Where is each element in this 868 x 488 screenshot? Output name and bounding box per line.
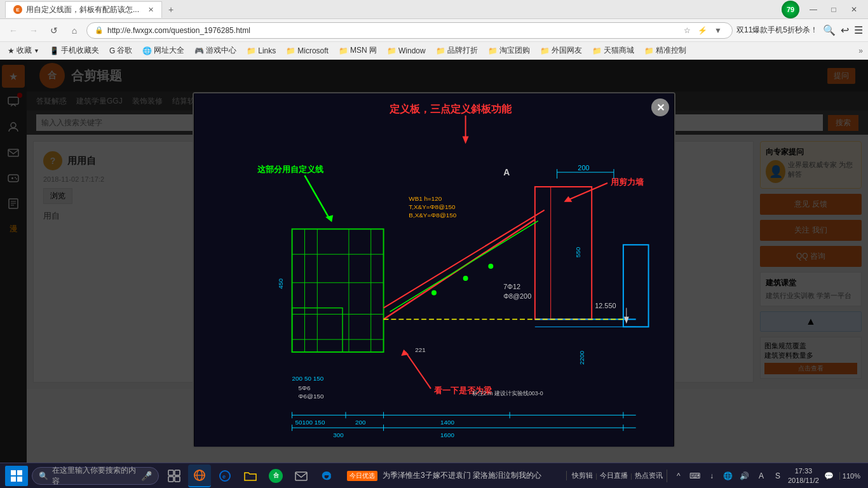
tab-favicon: E bbox=[13, 5, 22, 14]
tray-ime-a[interactable]: A bbox=[755, 470, 768, 482]
close-button[interactable]: ✕ bbox=[845, 2, 863, 17]
bookmark-taobao[interactable]: 📁淘宝团购 bbox=[485, 44, 532, 57]
bookmark-links[interactable]: 📁Links bbox=[244, 45, 278, 57]
notification-button[interactable]: 💬 bbox=[823, 470, 836, 482]
taskbar: 🔍 在这里输入你要搜索的内容 🎤 e 合 bbox=[0, 463, 868, 488]
bookmark-tmall[interactable]: 📁天猫商城 bbox=[590, 44, 637, 57]
svg-text:300: 300 bbox=[333, 431, 344, 438]
score-badge: 79 bbox=[782, 1, 799, 18]
forward-button[interactable]: → bbox=[25, 22, 42, 39]
search-icon[interactable]: 🔍 bbox=[823, 24, 836, 36]
title-bar: E 用自定义线面，斜板有配筋该怎... ✕ + 79 — □ ✕ bbox=[0, 0, 868, 19]
svg-text:200: 200 bbox=[355, 419, 366, 426]
menu-icon[interactable]: ☰ bbox=[854, 24, 863, 36]
svg-text:B,X&Y=Φ8@150: B,X&Y=Φ8@150 bbox=[409, 212, 456, 219]
active-tab[interactable]: E 用自定义线面，斜板有配筋该怎... ✕ bbox=[5, 1, 162, 18]
address-bar: ← → ↺ ⌂ 🔒 http://e.fwxgx.com/question_19… bbox=[0, 19, 868, 42]
tray-network[interactable]: 🌐 bbox=[722, 470, 735, 482]
start-button[interactable] bbox=[5, 466, 28, 486]
bookmark-mobile[interactable]: 📱手机收藏夹 bbox=[47, 44, 102, 57]
tab-bar: E 用自定义线面，斜板有配筋该怎... ✕ + bbox=[5, 1, 782, 18]
date-display: 2018/11/2 bbox=[788, 476, 819, 485]
bookmark-foreign[interactable]: 📁外国网友 bbox=[538, 44, 585, 57]
svg-text:e: e bbox=[222, 473, 226, 480]
svg-point-36 bbox=[431, 290, 437, 295]
svg-text:7Φ12: 7Φ12 bbox=[503, 283, 520, 290]
content-area: ★ 漫 合 合剪辑题 bbox=[0, 60, 868, 480]
taskbar-search-box[interactable]: 🔍 在这里输入你要搜索的内容 🎤 bbox=[32, 467, 159, 485]
url-text: http://e.fwxgx.com/question_1976285.html bbox=[107, 26, 250, 35]
news-ticker: 今日优选 为季泽惟生3子嫁不进袁门 梁洛施泪泣制我的心 bbox=[342, 470, 562, 481]
back-button[interactable]: ← bbox=[5, 22, 22, 39]
modal-content: 定义板，三点定义斜板功能 这部分用自定义线 用剪力墙 bbox=[194, 93, 674, 447]
hot-info-button[interactable]: 热点资讯 bbox=[635, 471, 663, 480]
bookmark-google[interactable]: G谷歌 bbox=[107, 44, 135, 57]
svg-rect-90 bbox=[168, 470, 173, 475]
bookmark-msn[interactable]: 📁MSN 网 bbox=[336, 44, 379, 57]
maximize-button[interactable]: □ bbox=[825, 2, 843, 17]
tab-title: 用自定义线面，斜板有配筋该怎... bbox=[26, 4, 139, 15]
reload-button[interactable]: ↺ bbox=[46, 22, 62, 39]
svg-text:A: A bbox=[503, 167, 510, 177]
bookmark-window[interactable]: 📁Window bbox=[384, 45, 428, 57]
bookmark-games[interactable]: 🎮游戏中心 bbox=[192, 44, 239, 57]
taskbar-app-edge[interactable] bbox=[315, 464, 338, 487]
bookmark-precision[interactable]: 📁精准控制 bbox=[642, 44, 689, 57]
taskbar-app-folder[interactable] bbox=[239, 464, 262, 487]
new-tab-button[interactable]: + bbox=[162, 2, 180, 17]
svg-text:这部分用自定义线: 这部分用自定义线 bbox=[257, 165, 324, 174]
taskbar-right: 快剪辑 | 今日直播 | 热点资讯 ^ ⌨ ↓ 🌐 🔊 A S 17:33 20… bbox=[566, 466, 863, 485]
svg-text:2200: 2200 bbox=[578, 350, 585, 365]
taskbar-app-fwxgx[interactable]: 合 bbox=[264, 464, 287, 487]
taskbar-app-tasks[interactable] bbox=[163, 464, 186, 487]
tab-close-button[interactable]: ✕ bbox=[148, 6, 154, 14]
zoom-level: 110% bbox=[839, 472, 863, 480]
home-button[interactable]: ⌂ bbox=[66, 22, 83, 39]
bookmark-brand[interactable]: 📁品牌打折 bbox=[433, 44, 480, 57]
bookmark-microsoft[interactable]: 📁Microsoft bbox=[283, 45, 331, 57]
tray-keyboard[interactable]: ⌨ bbox=[689, 470, 702, 482]
modal-close-button[interactable]: ✕ bbox=[651, 98, 669, 116]
svg-text:50100 150: 50100 150 bbox=[295, 419, 325, 426]
taskbar-app-mail[interactable] bbox=[290, 464, 313, 487]
taskbar-app-browser[interactable] bbox=[188, 464, 211, 487]
cad-drawing: 定义板，三点定义斜板功能 这部分用自定义线 用剪力墙 bbox=[194, 93, 674, 447]
share-icon[interactable]: ☆ bbox=[681, 24, 694, 37]
quick-edit-button[interactable]: 快剪辑 bbox=[572, 471, 593, 480]
browser-frame: E 用自定义线面，斜板有配筋该怎... ✕ + 79 — □ ✕ ← → ↺ ⌂… bbox=[0, 0, 868, 488]
quick-tools: 快剪辑 | 今日直播 | 热点资讯 bbox=[566, 471, 663, 480]
svg-text:T,X&Y=Φ8@150: T,X&Y=Φ8@150 bbox=[409, 203, 456, 210]
taskbar-search-placeholder: 在这里输入你要搜索的内容 bbox=[52, 465, 137, 487]
dropdown-icon[interactable]: ▼ bbox=[712, 24, 724, 37]
system-tray: ^ ⌨ ↓ 🌐 🔊 A S bbox=[667, 470, 784, 482]
news-label-1[interactable]: 今日优选 bbox=[347, 471, 377, 481]
taskbar-time: 17:33 2018/11/2 bbox=[788, 466, 819, 485]
svg-text:200: 200 bbox=[578, 164, 589, 172]
bookmark-collections[interactable]: ★ 收藏▼ bbox=[5, 44, 42, 57]
tray-volume[interactable]: 🔊 bbox=[738, 470, 751, 482]
svg-rect-91 bbox=[175, 470, 180, 475]
svg-text:1600: 1600 bbox=[440, 431, 455, 438]
bookmarks-more[interactable]: » bbox=[858, 46, 863, 55]
today-live-button[interactable]: 今日直播 bbox=[600, 471, 628, 480]
svg-text:Φ6@150: Φ6@150 bbox=[299, 393, 324, 400]
svg-text:12.550: 12.550 bbox=[595, 302, 616, 309]
taskbar-app-ie[interactable]: e bbox=[214, 464, 236, 487]
svg-text:550: 550 bbox=[574, 247, 581, 257]
svg-rect-87 bbox=[17, 470, 22, 475]
flash-icon[interactable]: ⚡ bbox=[696, 24, 709, 37]
taskbar-mic-icon[interactable]: 🎤 bbox=[141, 471, 152, 481]
back-icon[interactable]: ↩ bbox=[841, 24, 849, 36]
svg-text:WB1 h=120: WB1 h=120 bbox=[409, 195, 442, 202]
url-bar[interactable]: 🔒 http://e.fwxgx.com/question_1976285.ht… bbox=[86, 22, 733, 39]
cad-canvas: 定义板，三点定义斜板功能 这部分用自定义线 用剪力墙 bbox=[194, 93, 674, 447]
svg-rect-92 bbox=[168, 477, 173, 482]
svg-point-37 bbox=[463, 276, 468, 281]
news-item-1: 为季泽惟生3子嫁不进袁门 梁洛施泪泣制我的心 bbox=[383, 470, 541, 481]
minimize-button[interactable]: — bbox=[804, 2, 822, 17]
taskbar-apps: e 合 bbox=[163, 464, 338, 487]
tray-arrow[interactable]: ^ bbox=[672, 470, 685, 482]
bookmark-sites[interactable]: 🌐网址大全 bbox=[140, 44, 187, 57]
tray-ime-s[interactable]: S bbox=[771, 470, 784, 482]
tray-down[interactable]: ↓ bbox=[705, 470, 718, 482]
